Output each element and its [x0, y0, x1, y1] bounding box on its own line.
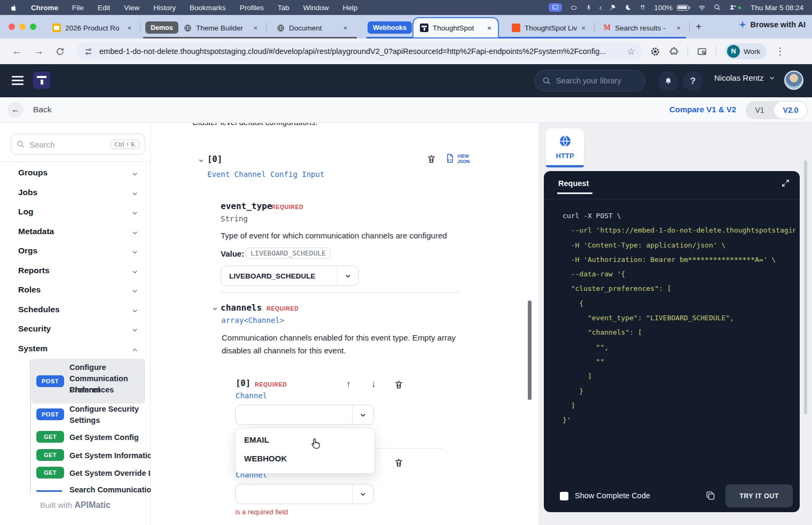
type-link-event-channel-config[interactable]: Event Channel Config Input	[207, 170, 324, 179]
close-tab-icon[interactable]: ×	[253, 24, 257, 32]
sidebar-search[interactable]: Ctrl + K	[11, 134, 145, 155]
sidebar-item-system[interactable]: System	[0, 342, 151, 358]
microphone-icon[interactable]	[585, 4, 592, 12]
menu-profiles[interactable]: Profiles	[240, 4, 264, 12]
browse-with-ai-button[interactable]: Browse with AI	[738, 20, 806, 29]
extensions-puzzle-icon[interactable]	[669, 47, 679, 57]
request-tab[interactable]: Request	[558, 179, 589, 188]
do-not-disturb-moon-icon[interactable]	[624, 4, 631, 11]
expand-panel-icon[interactable]	[781, 179, 790, 188]
tab-document[interactable]: Document ×	[271, 19, 353, 37]
back-icon[interactable]: ←	[12, 45, 22, 57]
notifications-bell-button[interactable]	[658, 71, 678, 91]
apple-logo-icon[interactable]	[10, 3, 18, 12]
toggle-v1[interactable]: V1	[746, 106, 774, 114]
version-toggle[interactable]: V1 V2.0	[746, 101, 808, 119]
tab-group-webhooks[interactable]: Webhooks	[368, 21, 412, 34]
option-email[interactable]: EMAIL	[236, 430, 374, 449]
menu-chrome[interactable]: Chrome	[31, 4, 58, 12]
spotlight-search-icon[interactable]	[714, 4, 721, 11]
channel-0-select[interactable]	[235, 405, 374, 425]
menu-help[interactable]: Help	[342, 4, 357, 12]
chevron-down-icon[interactable]	[352, 405, 373, 424]
try-it-out-button[interactable]: TRY IT OUT	[725, 484, 793, 507]
close-tab-icon[interactable]: ×	[581, 24, 585, 32]
user-menu[interactable]: Nicolas Rentz	[714, 73, 776, 82]
sidebar-item-reports[interactable]: Reports	[0, 264, 151, 280]
sidebar-search-input[interactable]	[29, 140, 93, 149]
right-panel-scrollbar-thumb[interactable]	[804, 160, 807, 414]
show-complete-code-checkbox[interactable]	[560, 492, 568, 500]
airpods-icon[interactable]	[639, 4, 646, 11]
sidebar-item-jobs[interactable]: Jobs	[0, 186, 151, 202]
close-tab-icon[interactable]: ×	[343, 24, 347, 32]
tab-search-results[interactable]: M Search results - ×	[598, 19, 686, 37]
chrome-profile-button[interactable]: N Work	[725, 43, 767, 59]
wifi-icon[interactable]	[698, 4, 706, 11]
collapse-chevron-icon[interactable]	[198, 157, 205, 164]
help-button[interactable]: ?	[683, 71, 703, 91]
forward-icon[interactable]: →	[34, 45, 44, 57]
delete-item-button[interactable]	[394, 458, 404, 468]
sidebar-item-schedules[interactable]: Schedules	[0, 303, 151, 319]
toggle-v2-selected[interactable]: V2.0	[774, 101, 808, 119]
new-tab-button[interactable]: +	[696, 21, 702, 33]
kebab-menu-icon[interactable]: ⋮	[775, 45, 785, 57]
option-webhook[interactable]: WEBHOOK	[236, 449, 374, 468]
channel-1-select[interactable]	[235, 484, 374, 504]
screen-mirroring-icon[interactable]	[549, 3, 562, 12]
tab-thoughtspot-active[interactable]: ThoughtSpot ×	[412, 17, 499, 38]
extension-gear-icon[interactable]	[650, 47, 660, 57]
hamburger-menu-icon[interactable]	[12, 76, 24, 85]
move-down-button[interactable]: ↓	[371, 379, 376, 390]
event-type-select[interactable]: LIVEBOARD_SCHEDULE	[221, 266, 359, 286]
user-avatar[interactable]	[784, 71, 803, 90]
tab-group-demos[interactable]: Demos	[145, 21, 178, 34]
close-tab-icon[interactable]: ×	[676, 24, 681, 32]
tab-2026-product[interactable]: 2026 Product Ro ×	[47, 19, 137, 37]
site-settings-icon[interactable]	[84, 47, 93, 56]
curl-code-block[interactable]: curl -X POST \ --url 'https://embed-1-do…	[563, 209, 795, 433]
menu-view[interactable]: View	[124, 4, 139, 12]
back-button[interactable]: ←	[7, 102, 24, 118]
compare-v1-v2-link[interactable]: Compare V1 & V2	[669, 105, 736, 114]
reload-icon[interactable]	[56, 47, 65, 56]
sidebar-item-orgs[interactable]: Orgs	[0, 244, 151, 260]
chevron-down-icon[interactable]	[352, 484, 373, 504]
menu-tab[interactable]: Tab	[278, 4, 290, 12]
user-switch-icon[interactable]	[729, 4, 741, 11]
side-panel-search-icon[interactable]	[697, 47, 707, 57]
chevron-left-icon[interactable]: ‹	[599, 3, 602, 12]
type-link-array-channel[interactable]: array<Channel>	[221, 316, 284, 325]
menu-file[interactable]: File	[72, 4, 84, 12]
menu-bookmarks[interactable]: Bookmarks	[190, 4, 226, 12]
sidebar-item-log[interactable]: Log	[0, 205, 151, 221]
main-scrollbar-thumb[interactable]	[528, 300, 532, 400]
library-search[interactable]	[534, 70, 645, 91]
tab-theme-builder[interactable]: Theme Builder ×	[178, 19, 263, 37]
delete-item-button[interactable]	[394, 380, 404, 390]
close-window-button[interactable]	[9, 24, 15, 30]
address-bar[interactable]: embed-1-do-not-delete.thoughtspotstaging…	[76, 42, 643, 60]
bookmark-star-icon[interactable]: ☆	[627, 46, 635, 57]
view-json-button[interactable]: VIEW JSON	[444, 152, 470, 164]
delete-item-button[interactable]	[426, 154, 436, 164]
http-tab-card[interactable]: HTTP	[546, 128, 584, 167]
sidebar-item-metadata[interactable]: Metadata	[0, 225, 151, 241]
sidebar-item-groups[interactable]: Groups	[0, 166, 151, 182]
close-tab-icon[interactable]: ×	[127, 24, 131, 32]
tab-thoughtspot-live[interactable]: ThoughtSpot Liv ×	[506, 19, 591, 37]
menu-edit[interactable]: Edit	[98, 4, 110, 12]
url-text[interactable]: embed-1-do-not-delete.thoughtspotstaging…	[99, 47, 627, 56]
library-search-input[interactable]	[556, 76, 631, 85]
chevron-down-icon[interactable]	[337, 266, 358, 285]
sidebar-item-security[interactable]: Security	[0, 322, 151, 338]
type-link-channel[interactable]: Channel	[236, 391, 267, 400]
menu-window[interactable]: Window	[303, 4, 329, 12]
maximize-window-button[interactable]	[30, 24, 36, 30]
minimize-window-button[interactable]	[19, 24, 26, 30]
close-tab-icon[interactable]: ×	[487, 24, 491, 32]
move-up-button[interactable]: ↑	[346, 379, 351, 390]
collapse-chevron-icon[interactable]	[212, 305, 218, 312]
menu-history[interactable]: History	[153, 4, 176, 12]
